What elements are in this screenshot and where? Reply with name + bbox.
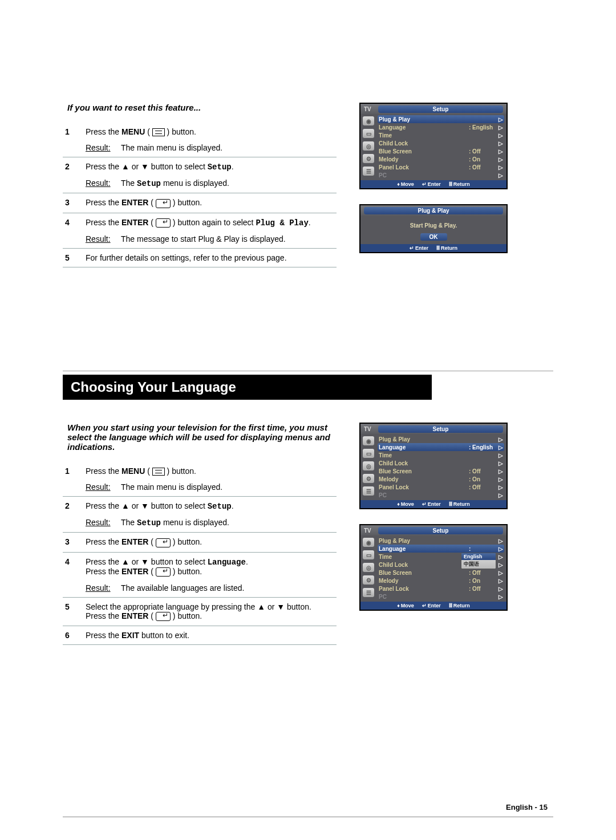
step-instruction: Press the ENTER ( ) button. <box>83 533 337 552</box>
picture-icon[interactable]: ◉ <box>363 538 374 547</box>
osd-menu-item[interactable]: Time▷ <box>378 131 504 139</box>
input-icon[interactable]: ☰ <box>363 167 374 176</box>
step-instruction: Press the MENU ( ) button. <box>83 123 337 140</box>
ok-button[interactable]: OK <box>420 233 447 241</box>
osd-titlebar: TVSetup <box>360 525 506 535</box>
osd-menu-item[interactable]: Panel Lock: Off▷ <box>378 483 504 491</box>
osd-titlebar: TVSetup <box>360 104 506 114</box>
osd-menu-item[interactable]: Panel Lock: Off▷ <box>378 163 504 171</box>
osd-menu-item[interactable]: Panel Lock: Off▷ <box>378 585 504 593</box>
step-instruction: Press the ▲ or ▼ button to select Langua… <box>83 552 337 580</box>
osd-tv-label: TV <box>360 527 375 534</box>
osd-footer: ♦Move↵EnterⅢReturn <box>360 602 506 610</box>
section-reset: If you want to reset this feature... 1Pr… <box>63 103 553 268</box>
osd-footer: ♦Move↵EnterⅢReturn <box>360 500 506 508</box>
step-number: 3 <box>63 533 83 552</box>
step-instruction: Press the EXIT button to exit. <box>83 626 337 645</box>
osd-menu-item[interactable]: Plug & Play▷ <box>378 537 504 545</box>
channel-icon[interactable]: ◎ <box>363 563 374 572</box>
osd-menu-item[interactable]: Blue Screen: Off▷ <box>378 467 504 475</box>
setup-icon[interactable]: ⚙ <box>363 575 374 585</box>
osd-setup-1: TVSetup◉▭◎⚙☰Plug & Play▷Language: Englis… <box>359 103 508 189</box>
reset-intro: If you want to reset this feature... <box>63 103 337 112</box>
language-dropdown[interactable]: English中国语 <box>461 553 496 569</box>
step-instruction: Press the ▲ or ▼ button to select Setup. <box>83 497 337 515</box>
osd-menu-item[interactable]: Melody: On▷ <box>378 577 504 585</box>
sound-icon[interactable]: ▭ <box>363 550 374 559</box>
step-result: Result:The available languages are liste… <box>83 580 337 598</box>
osd-title: Setup <box>378 527 503 534</box>
hint-move: ♦Move <box>397 603 414 608</box>
osd-tv-label: TV <box>360 106 375 112</box>
osd-message: Start Plug & Play. <box>410 222 457 229</box>
step-instruction: Press the ENTER ( ) button again to sele… <box>83 213 337 231</box>
setup-icon[interactable]: ⚙ <box>363 154 374 163</box>
hint-return: ⅢReturn <box>436 245 457 251</box>
hint-enter: ↵Enter <box>422 181 441 187</box>
picture-icon[interactable]: ◉ <box>363 436 374 445</box>
hint-return: ⅢReturn <box>449 603 470 608</box>
osd-menu-item[interactable]: PC▷ <box>378 491 504 499</box>
osd-menu-item[interactable]: Melody: On▷ <box>378 155 504 163</box>
osd-footer: ♦Move↵EnterⅢReturn <box>360 180 506 188</box>
input-icon[interactable]: ☰ <box>363 588 374 597</box>
step-result: Result:The message to start Plug & Play … <box>83 231 337 249</box>
osd-category-icons: ◉▭◎⚙☰ <box>360 434 376 500</box>
sound-icon[interactable]: ▭ <box>363 129 374 138</box>
osd-titlebar: TVSetup <box>360 424 506 434</box>
osd-menu-item[interactable]: Language:▷ <box>378 545 504 553</box>
hint-enter: ↵Enter <box>422 501 441 507</box>
hint-enter: ↵Enter <box>422 603 441 608</box>
osd-setup-2: TVSetup◉▭◎⚙☰Plug & Play▷Language: Englis… <box>359 423 508 509</box>
osd-menu-item[interactable]: Child Lock▷ <box>378 139 504 147</box>
hint-return: ⅢReturn <box>449 181 470 187</box>
step-number: 5 <box>63 248 83 267</box>
language-steps-table: 1Press the MENU ( ) button.Result:The ma… <box>63 462 337 645</box>
osd-menu-item[interactable]: Child Lock▷ <box>378 459 504 467</box>
page-footer-rule <box>63 817 553 817</box>
channel-icon[interactable]: ◎ <box>363 141 374 151</box>
osd-menu-item[interactable]: Blue Screen: Off▷ <box>378 147 504 155</box>
picture-icon[interactable]: ◉ <box>363 116 374 125</box>
setup-icon[interactable]: ⚙ <box>363 474 374 483</box>
osd-footer: ↵EnterⅢReturn <box>360 244 506 252</box>
dropdown-option[interactable]: 中国语 <box>461 560 496 569</box>
step-number: 4 <box>63 552 83 580</box>
dropdown-option[interactable]: English <box>461 553 496 560</box>
channel-icon[interactable]: ◎ <box>363 461 374 470</box>
osd-setup-3: TVSetup◉▭◎⚙☰Plug & Play▷Language:▷Time▷C… <box>359 524 508 611</box>
osd-menu-list: Plug & Play▷Language: English▷Time▷Child… <box>376 114 506 180</box>
step-number: 6 <box>63 626 83 645</box>
enter-icon <box>156 567 171 577</box>
step-number: 3 <box>63 193 83 213</box>
osd-menu-list: Plug & Play▷Language: English▷Time▷Child… <box>376 434 506 500</box>
osd-title: Plug & Play <box>364 207 503 214</box>
sound-icon[interactable]: ▭ <box>363 449 374 458</box>
step-instruction: For further details on settings, refer t… <box>83 248 337 267</box>
osd-menu-item[interactable]: Language: English▷ <box>378 443 504 451</box>
manual-page: If you want to reset this feature... 1Pr… <box>0 0 616 840</box>
section-title-wrap: Choosing Your Language <box>63 371 553 400</box>
osd-tv-label: TV <box>360 426 375 432</box>
hint-return: ⅢReturn <box>449 501 470 507</box>
osd-menu-item[interactable]: Language: English▷ <box>378 123 504 131</box>
step-number: 1 <box>63 462 83 479</box>
osd-menu-item[interactable]: Plug & Play▷ <box>378 435 504 443</box>
step-result: Result:The main menu is displayed. <box>83 479 337 497</box>
osd-titlebar: Plug & Play <box>360 205 506 216</box>
reset-steps-table: 1Press the MENU ( ) button.Result:The ma… <box>63 123 337 267</box>
menu-icon <box>152 468 165 476</box>
step-result: Result:The main menu is displayed. <box>83 140 337 157</box>
menu-icon <box>152 128 165 136</box>
enter-icon <box>156 218 171 228</box>
osd-menu-item[interactable]: Time▷ <box>378 451 504 459</box>
osd-menu-item[interactable]: PC▷ <box>378 593 504 600</box>
step-result: Result:The Setup menu is displayed. <box>83 175 337 193</box>
osd-menu-item[interactable]: Blue Screen: Off▷ <box>378 569 504 577</box>
input-icon[interactable]: ☰ <box>363 486 374 496</box>
enter-icon <box>156 612 171 621</box>
osd-menu-item[interactable]: Melody: On▷ <box>378 475 504 483</box>
step-number: 5 <box>63 597 83 626</box>
osd-menu-item[interactable]: PC▷ <box>378 171 504 179</box>
osd-menu-item[interactable]: Plug & Play▷ <box>378 115 504 123</box>
